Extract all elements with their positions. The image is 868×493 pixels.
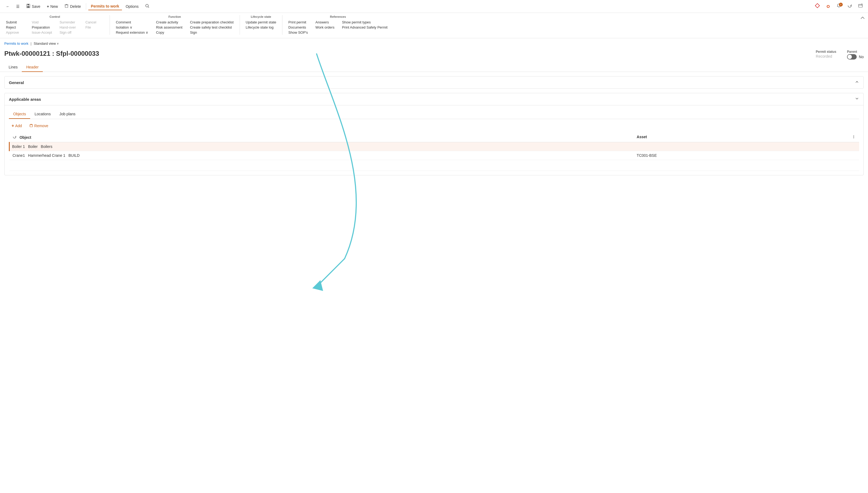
add-label: Add [15, 124, 22, 128]
create-safety-checklist-button[interactable]: Create safety test checklist [188, 25, 235, 30]
add-button[interactable]: + Add [9, 122, 24, 129]
function-col-2: Create activity Risk assessment Copy [154, 20, 184, 35]
search-button[interactable] [142, 2, 152, 10]
office-icon-button[interactable]: O [824, 2, 832, 11]
show-sops-button[interactable]: Show SOP's [287, 30, 310, 35]
general-section-toggle[interactable] [855, 80, 859, 85]
back-button[interactable]: ← [3, 3, 13, 10]
ribbon-collapse-button[interactable] [860, 15, 866, 21]
diamond-icon-button[interactable] [813, 2, 822, 11]
window-icon [858, 3, 863, 9]
ribbon-sections: Control Submit Reject Approve Void Prepa… [4, 15, 864, 35]
control-section-title: Control [4, 15, 105, 18]
file-button: File [84, 25, 105, 30]
update-permit-state-button[interactable]: Update permit state [244, 20, 278, 24]
notification-button[interactable]: 0 [834, 2, 843, 11]
applicable-areas-toggle[interactable] [855, 97, 859, 102]
table-row[interactable]: Boiler 1 Boiler Boilers [9, 142, 860, 151]
tab-lines[interactable]: Lines [4, 63, 22, 72]
notification-badge: 0 [839, 3, 843, 6]
boiler-link[interactable]: Boiler [28, 144, 38, 149]
save-icon [26, 4, 30, 9]
delete-button[interactable]: Delete [62, 2, 84, 10]
new-label: New [50, 4, 58, 8]
table-body: Boiler 1 Boiler Boilers Crane1 Hammerhea… [9, 142, 860, 171]
objects-table: Object Asset Boiler 1 Boiler [9, 132, 859, 171]
new-button[interactable]: + New [44, 3, 61, 10]
function-cols: Comment Isolation ∨ Request extension ∨ … [114, 20, 235, 35]
permits-nav-button[interactable]: Permits to work [88, 3, 122, 10]
hamburger-button[interactable]: ☰ [14, 3, 22, 10]
remove-icon [29, 124, 33, 128]
table-header-row: Object Asset [9, 132, 860, 142]
copy-button[interactable]: Copy [154, 30, 184, 35]
void-button: Void [30, 20, 53, 24]
svg-rect-6 [861, 4, 862, 5]
tab-header[interactable]: Header [22, 63, 43, 72]
breadcrumb-bar: Permits to work | Standard view ∨ [0, 38, 868, 48]
general-section: General [4, 76, 864, 89]
asset-column-header: Asset [633, 132, 859, 142]
applicable-areas-header[interactable]: Applicable areas [5, 93, 863, 105]
request-extension-button[interactable]: Request extension ∨ [114, 30, 150, 35]
inner-tab-locations[interactable]: Locations [30, 110, 55, 119]
boiler1-link[interactable]: Boiler 1 [12, 144, 25, 149]
lifecycle-state-log-button[interactable]: Lifecycle state log [244, 25, 278, 30]
save-button[interactable]: Save [23, 2, 43, 10]
object-column-header: Object [9, 132, 633, 142]
boilers-link[interactable]: Boilers [41, 144, 52, 149]
table-row[interactable]: Crane1 Hammerhead Crane 1 BUILD TC001-BS… [9, 151, 860, 160]
record-title-area: Ptwk-00000121 : Sfpl-00000033 [4, 50, 99, 57]
parent-label: Parent [847, 50, 864, 53]
comment-button[interactable]: Comment [114, 20, 150, 24]
ribbon-section-lifecycle: Lifecycle state Update permit state Life… [244, 15, 283, 35]
svg-rect-7 [30, 125, 32, 127]
inner-tab-objects[interactable]: Objects [9, 110, 30, 119]
permit-status-value: Recorded [816, 54, 836, 59]
function-section-title: Function [114, 15, 235, 18]
show-permit-types-button[interactable]: Show permit types [340, 20, 389, 24]
reject-button[interactable]: Reject [4, 25, 26, 30]
general-section-header[interactable]: General [5, 77, 863, 88]
submit-button[interactable]: Submit [4, 20, 26, 24]
refresh-button[interactable] [845, 2, 854, 11]
window-button[interactable] [856, 2, 865, 11]
control-cols: Submit Reject Approve Void Preparation I… [4, 20, 105, 35]
options-button[interactable]: Options [123, 3, 141, 10]
control-col-2: Void Preparation Issue-Accept [30, 20, 53, 35]
top-nav-right: O 0 [813, 2, 865, 11]
top-navigation: ← ☰ Save + New Delete Permits to work Op… [0, 0, 868, 13]
surrender-button: Surrender [58, 20, 80, 24]
preparation-button[interactable]: Preparation [30, 25, 53, 30]
isolation-button[interactable]: Isolation ∨ [114, 25, 150, 30]
applicable-areas-title: Applicable areas [9, 97, 41, 102]
create-activity-button[interactable]: Create activity [154, 20, 184, 24]
parent-toggle[interactable] [847, 54, 857, 60]
inner-tabs: Objects Locations Job plans [9, 110, 859, 119]
ribbon-section-control: Control Submit Reject Approve Void Prepa… [4, 15, 110, 35]
documents-button[interactable]: Documents [287, 25, 310, 30]
view-selector[interactable]: Standard view ∨ [34, 42, 59, 45]
work-orders-button[interactable]: Work orders [314, 25, 336, 30]
svg-point-9 [853, 136, 854, 137]
applicable-areas-section: Applicable areas Objects Locations Job p… [4, 93, 864, 175]
print-permit-button[interactable]: Print permit [287, 20, 310, 24]
answers-button[interactable]: Answers [314, 20, 336, 24]
sign-button[interactable]: Sign [188, 30, 235, 35]
print-advanced-button[interactable]: Print Advanced Safety Permit [340, 25, 389, 30]
breadcrumb-link[interactable]: Permits to work [4, 42, 28, 45]
permit-status-label: Permit status [816, 50, 836, 53]
refresh-icon[interactable] [13, 135, 18, 140]
inner-tab-job-plans[interactable]: Job plans [55, 110, 80, 119]
references-cols: Print permit Documents Show SOP's Answer… [287, 20, 389, 35]
remove-label: Remove [34, 124, 48, 128]
create-prep-checklist-button[interactable]: Create preparation checklist [188, 20, 235, 24]
risk-assessment-button[interactable]: Risk assessment [154, 25, 184, 30]
function-col-3: Create preparation checklist Create safe… [188, 20, 235, 35]
record-tabs: Lines Header [0, 63, 868, 72]
refresh-icon [847, 3, 852, 9]
remove-button[interactable]: Remove [27, 123, 51, 129]
asset-cell-1 [633, 142, 859, 151]
ribbon-section-references: References Print permit Documents Show S… [287, 15, 393, 35]
more-icon[interactable] [851, 135, 856, 140]
